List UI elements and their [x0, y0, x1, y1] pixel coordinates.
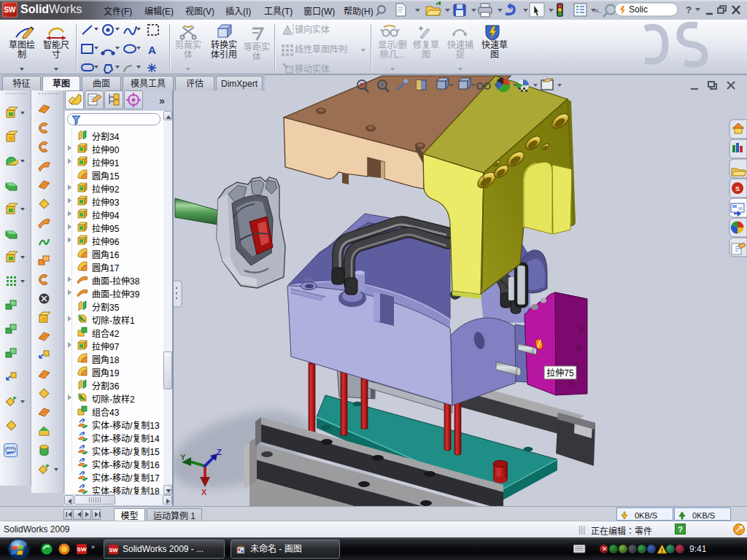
svg-text:»..: ».. [595, 7, 603, 15]
svg-text:»: » [91, 543, 95, 551]
svg-text:A: A [148, 44, 156, 56]
svg-text:SW: SW [77, 546, 87, 553]
svg-text:拉伸75: 拉伸75 [546, 368, 574, 378]
svg-text:S: S [735, 185, 740, 192]
svg-text:!: ! [661, 547, 663, 554]
svg-text:X: X [201, 488, 207, 497]
svg-text:Z: Z [217, 448, 222, 456]
svg-text:?: ? [686, 4, 692, 15]
svg-text:Y: Y [180, 453, 186, 462]
svg-text:SW: SW [109, 547, 118, 553]
svg-text:Solic: Solic [629, 4, 648, 15]
